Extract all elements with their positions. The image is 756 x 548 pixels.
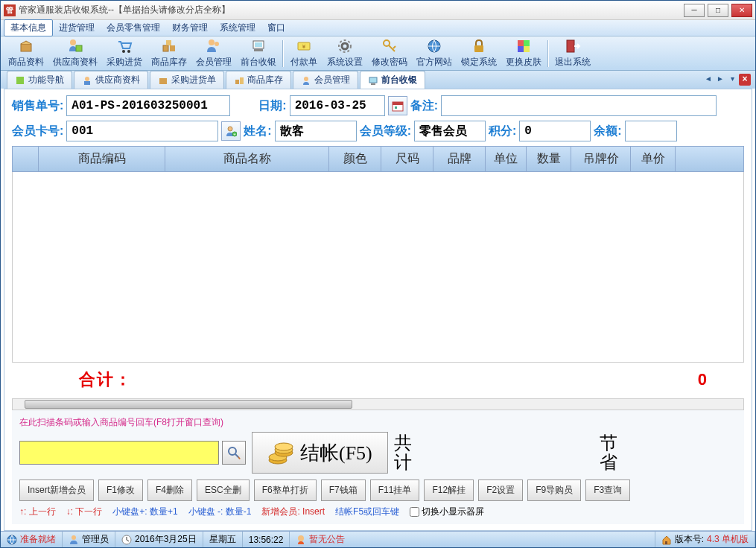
svg-point-8	[209, 39, 215, 45]
card-no-input[interactable]	[66, 121, 218, 141]
svg-text:+: +	[234, 132, 236, 136]
status-date: 2016年3月25日	[135, 533, 197, 546]
date-label: 日期:	[258, 98, 286, 114]
member-lookup-button[interactable]: +	[221, 121, 241, 141]
col-0[interactable]: 商品编码	[39, 147, 165, 171]
calendar-button[interactable]	[388, 96, 407, 115]
hint-f5: 结帐F5或回车键	[335, 506, 399, 518]
menu-finance[interactable]: 财务管理	[166, 20, 214, 36]
status-user: 管理员	[82, 533, 109, 546]
col-1[interactable]: 商品名称	[165, 147, 329, 171]
toolbar-pay[interactable]: ¥付款单	[285, 36, 323, 70]
tab-menu-icon[interactable]: ▾	[727, 74, 737, 85]
svg-rect-29	[84, 81, 90, 85]
svg-rect-7	[166, 40, 171, 45]
svg-point-17	[384, 40, 390, 46]
tab-close-button[interactable]: ×	[739, 74, 751, 86]
person-add-icon: +	[225, 125, 237, 137]
total-label: 合计：	[79, 369, 698, 391]
menu-window[interactable]: 窗口	[261, 20, 291, 36]
fn-btn-5[interactable]: F7钱箱	[321, 480, 366, 501]
col-7[interactable]: 吊牌价	[571, 147, 631, 171]
remark-input[interactable]	[441, 95, 717, 116]
order-no-input[interactable]	[66, 95, 230, 116]
checkout-button[interactable]: 结帐(F5)	[252, 432, 388, 474]
barcode-input[interactable]	[19, 441, 219, 465]
fn-btn-2[interactable]: F4删除	[147, 480, 192, 501]
fn-btn-9[interactable]: F9导购员	[527, 480, 581, 501]
fn-btn-7[interactable]: F12解挂	[424, 480, 474, 501]
svg-point-15	[342, 43, 348, 49]
key-hints: ↑: 上一行 ↓: 下一行 小键盘+: 数量+1 小键盘 -: 数量-1 新增会…	[19, 506, 737, 518]
tab-1[interactable]: 供应商资料	[74, 71, 148, 89]
col-4[interactable]: 品牌	[433, 147, 486, 171]
close-button[interactable]: ✕	[731, 4, 752, 17]
order-no-label: 销售单号:	[12, 98, 63, 114]
tab-next-icon[interactable]: ►	[715, 74, 725, 85]
toolbar-member[interactable]: 会员管理	[191, 36, 236, 70]
fn-btn-3[interactable]: ESC全删	[197, 480, 250, 501]
fn-btn-1[interactable]: F1修改	[98, 480, 143, 501]
svg-rect-30	[159, 78, 167, 84]
fn-btn-10[interactable]: F3查询	[585, 480, 630, 501]
statusbar: 准备就绪 管理员 2016年3月25日 星期五 13:56:22 暂无公告 版本…	[1, 531, 755, 547]
menu-purchase[interactable]: 进货管理	[53, 20, 101, 36]
svg-rect-23	[524, 40, 530, 46]
svg-point-28	[85, 77, 89, 81]
hint-insert: 新增会员: Insert	[261, 506, 325, 518]
scrollbar-thumb[interactable]	[25, 400, 352, 409]
col-6[interactable]: 数量	[527, 147, 571, 171]
titlebar: 管 管家通服装店收银系统--【单据抬头请修改分店全称】 ─ □ ✕	[1, 1, 755, 20]
stock-icon	[161, 38, 177, 54]
toolbar-lock[interactable]: 锁定系统	[457, 36, 501, 70]
maximize-button[interactable]: □	[708, 4, 728, 17]
tab-3[interactable]: 商品库存	[226, 71, 291, 89]
col-2[interactable]: 颜色	[329, 147, 381, 171]
toolbar-exit[interactable]: 退出系统	[550, 36, 595, 70]
col-3[interactable]: 尺码	[381, 147, 433, 171]
tab-4[interactable]: 会员管理	[293, 71, 358, 89]
toolbar-cart[interactable]: 采购进货	[102, 36, 147, 70]
web-icon	[426, 38, 442, 54]
level-input[interactable]	[414, 121, 486, 141]
barcode-search-button[interactable]	[222, 441, 246, 465]
tab-2[interactable]: 采购进货单	[150, 71, 224, 89]
lock-icon	[471, 38, 487, 54]
toolbar-stock[interactable]: 商品库存	[147, 36, 191, 70]
toolbar-gear[interactable]: 系统设置	[323, 36, 367, 70]
fn-btn-8[interactable]: F2设置	[478, 480, 523, 501]
minimize-button[interactable]: ─	[684, 4, 705, 17]
toolbar-skin[interactable]: 更换皮肤	[501, 36, 546, 70]
menu-basic[interactable]: 基本信息	[4, 19, 53, 36]
tab-5[interactable]: 前台收银	[360, 71, 425, 89]
toolbar-supplier[interactable]: 供应商资料	[48, 36, 102, 70]
fn-btn-0[interactable]: Insert新增会员	[19, 480, 94, 501]
menubar: 基本信息 进货管理 会员零售管理 财务管理 系统管理 窗口	[1, 20, 755, 36]
name-input[interactable]	[275, 121, 357, 141]
tab-0[interactable]: 功能导航	[7, 71, 72, 89]
svg-rect-22	[518, 40, 524, 46]
toggle-display-checkbox[interactable]	[410, 507, 419, 517]
toggle-display[interactable]: 切换小显示器屏	[410, 506, 484, 518]
col-8[interactable]: 单价	[631, 147, 676, 171]
points-input[interactable]	[519, 121, 591, 141]
svg-rect-12	[255, 42, 262, 47]
horizontal-scrollbar[interactable]	[12, 398, 744, 410]
toolbar-pos[interactable]: 前台收银	[236, 36, 281, 70]
toolbar-key[interactable]: 修改密码	[367, 36, 412, 70]
fn-btn-6[interactable]: F11挂单	[370, 480, 420, 501]
announcement-icon	[296, 535, 306, 545]
tab-prev-icon[interactable]: ◄	[703, 74, 714, 85]
grid-body[interactable]	[12, 172, 744, 363]
col-5[interactable]: 单位	[486, 147, 527, 171]
balance-input[interactable]	[625, 121, 677, 141]
toolbar-box[interactable]: 商品资料	[4, 36, 48, 70]
fn-btn-4[interactable]: F6整单打折	[254, 480, 317, 501]
date-input[interactable]	[290, 95, 385, 116]
bottom-panel: 在此扫描条码或输入商品编号回车(F8打开窗口查询)	[12, 410, 744, 524]
pos-icon	[250, 38, 267, 54]
grid-header: 商品编码商品名称颜色尺码品牌单位数量吊牌价单价	[12, 146, 744, 172]
menu-retail[interactable]: 会员零售管理	[101, 20, 166, 36]
menu-system[interactable]: 系统管理	[214, 20, 261, 36]
toolbar-web[interactable]: 官方网站	[412, 36, 457, 70]
